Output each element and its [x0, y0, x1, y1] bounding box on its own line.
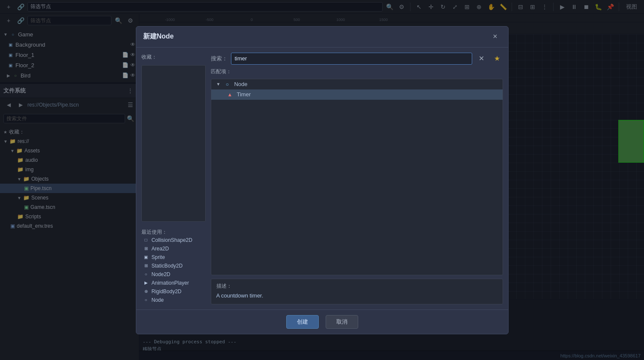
node-expand-arrow: ▼: [216, 82, 221, 86]
recent-sprite-label: Sprite: [152, 254, 165, 260]
recent-node[interactable]: ○ Node: [141, 296, 206, 304]
node-item-node[interactable]: ▼ ○ Node: [211, 79, 503, 89]
recent-collisionshape-label: CollisionShape2D: [152, 237, 192, 243]
recent-label: 最近使用：: [141, 228, 167, 236]
search-star-button[interactable]: ★: [491, 53, 503, 65]
modal-close-button[interactable]: ×: [489, 31, 501, 43]
anim-icon: ▶: [143, 280, 149, 286]
modal-footer: 创建 取消: [136, 309, 508, 334]
modal-body: 收藏： 最近使用： □ CollisionShape2D ⊞ Area2D ▣ …: [136, 48, 508, 309]
recent-rigidbody2d[interactable]: ⊛ RigidBody2D: [141, 287, 206, 296]
modal-left: 收藏： 最近使用： □ CollisionShape2D ⊞ Area2D ▣ …: [141, 53, 206, 304]
recent-area2d[interactable]: ⊞ Area2D: [141, 244, 206, 253]
recent-node2d[interactable]: ○ Node2D: [141, 270, 206, 279]
modal-right: 搜索： ✕ ★ 匹配项： ▼ ○ Node ▲ Timer: [211, 53, 503, 304]
search-row: 搜索： ✕ ★: [211, 53, 503, 65]
modal-title: 新建Node: [143, 32, 174, 41]
new-node-modal: 新建Node × 收藏： 最近使用： □ CollisionShape2D ⊞ …: [136, 26, 509, 334]
modal-title-bar: 新建Node ×: [136, 27, 508, 48]
cancel-button[interactable]: 取消: [326, 315, 358, 329]
recent-sprite[interactable]: ▣ Sprite: [141, 253, 206, 262]
description-area: 描述： A countdown timer.: [211, 279, 503, 304]
node-node-label: Node: [234, 81, 247, 87]
recent-staticbody2d[interactable]: ⊞ StaticBody2D: [141, 262, 206, 270]
timer-label: Timer: [237, 91, 251, 98]
modal-recent: 最近使用： □ CollisionShape2D ⊞ Area2D ▣ Spri…: [141, 229, 206, 304]
collisionshape-icon: □: [143, 237, 149, 243]
recent-rigidbody-label: RigidBody2D: [152, 289, 182, 295]
recent-staticbody-label: StaticBody2D: [152, 263, 183, 269]
description-label: 描述：: [216, 283, 497, 290]
timer-icon: ▲: [227, 91, 234, 98]
favorites-area: [141, 65, 206, 222]
recent-node2d-label: Node2D: [152, 271, 171, 277]
recent-area2d-label: Area2D: [152, 246, 169, 252]
matches-label: 匹配项：: [211, 68, 503, 75]
node-list: ▼ ○ Node ▲ Timer: [211, 79, 503, 275]
modal-overlay: 新建Node × 收藏： 最近使用： □ CollisionShape2D ⊞ …: [0, 0, 644, 360]
recent-anim-label: AnimationPlayer: [152, 280, 189, 286]
node-icon: ○: [143, 297, 149, 303]
recent-collisionshape2d[interactable]: □ CollisionShape2D: [141, 236, 206, 244]
area2d-icon: ⊞: [143, 246, 149, 252]
node2d-icon: ○: [143, 271, 149, 277]
create-button[interactable]: 创建: [286, 315, 319, 329]
search-label: 搜索：: [211, 55, 228, 62]
search-clear-button[interactable]: ✕: [476, 53, 488, 65]
recent-node-label: Node: [152, 297, 164, 303]
node-item-timer[interactable]: ▲ Timer: [211, 89, 503, 100]
description-text: A countdown timer.: [216, 292, 497, 299]
favorites-label: 收藏：: [141, 53, 206, 62]
sprite-icon: ▣: [143, 254, 149, 260]
staticbody-icon: ⊞: [143, 263, 149, 269]
node-search-input[interactable]: [231, 53, 472, 65]
recent-animationplayer[interactable]: ▶ AnimationPlayer: [141, 279, 206, 287]
rigidbody-icon: ⊛: [143, 289, 149, 295]
node-circle-icon: ○: [224, 81, 231, 88]
